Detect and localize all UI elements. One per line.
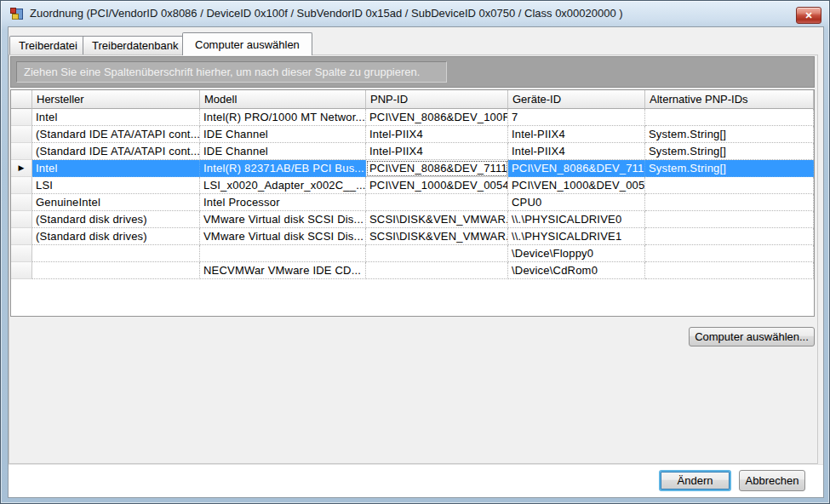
grid-cell[interactable]: Intel	[32, 109, 200, 126]
grid-cell[interactable]	[32, 262, 200, 279]
tab-computer-auswaehlen[interactable]: Computer auswählen	[182, 32, 312, 55]
grid-cell[interactable]: PCI\VEN_8086&DEV_7111...	[366, 160, 508, 177]
table-row[interactable]: (Standard IDE ATA/ATAPI cont...IDE Chann…	[11, 126, 814, 143]
grid-header-row: Hersteller Modell PNP-ID Geräte-ID Alter…	[11, 90, 814, 109]
grid-cell[interactable]: Intel-PIIX4	[366, 126, 508, 143]
row-header-cell[interactable]	[11, 177, 32, 194]
group-by-bar[interactable]: Ziehen Sie eine Spaltenüberschrift hierh…	[10, 56, 815, 88]
grid-cell[interactable]: IDE Channel	[200, 126, 366, 143]
grid-cell[interactable]: PCI\VEN_8086&DEV_100F...	[366, 109, 508, 126]
grid-cell[interactable]	[645, 245, 814, 262]
grid-cell[interactable]: \\.\PHYSICALDRIVE1	[508, 228, 645, 245]
table-row[interactable]: \Device\Floppy0	[11, 245, 814, 262]
table-row[interactable]: (Standard disk drives)VMware Virtual dis…	[11, 211, 814, 228]
grid-cell[interactable]	[200, 245, 366, 262]
column-header-pnp-id[interactable]: PNP-ID	[366, 90, 508, 109]
current-row-arrow-icon: ▶	[19, 164, 25, 172]
group-by-hint: Ziehen Sie eine Spaltenüberschrift hierh…	[16, 61, 447, 83]
grid-cell[interactable]: SCSI\DISK&VEN_VMWAR...	[366, 228, 508, 245]
grid-cell[interactable]: (Standard disk drives)	[32, 211, 200, 228]
column-header-geraete-id[interactable]: Geräte-ID	[508, 90, 645, 109]
grid-cell[interactable]: VMware Virtual disk SCSI Dis...	[200, 211, 366, 228]
grid-cell[interactable]	[645, 211, 814, 228]
grid-cell[interactable]: VMware Virtual disk SCSI Dis...	[200, 228, 366, 245]
grid-cell[interactable]: Intel-PIIX4	[366, 143, 508, 160]
tab-label: Treiberdatei	[19, 39, 77, 52]
grid-cell[interactable]: PCI\VEN_8086&DEV_711...	[508, 160, 645, 177]
mapping-dialog: Zuordnung (PCI/VendorID 0x8086 / DeviceI…	[0, 0, 830, 504]
column-header-modell[interactable]: Modell	[200, 90, 366, 109]
grid-cell[interactable]: LSI_x0020_Adapter_x002C__...	[200, 177, 366, 194]
grid-cell[interactable]: LSI	[32, 177, 200, 194]
row-header-cell[interactable]	[11, 126, 32, 143]
grid-header-stub	[11, 90, 32, 109]
grid-cell[interactable]: Intel-PIIX4	[508, 126, 645, 143]
grid-cell[interactable]: System.String[]	[645, 126, 814, 143]
dialog-client-area: Treiberdatei Treiberdatenbank Computer a…	[8, 26, 824, 498]
grid-cell[interactable]: IDE Channel	[200, 143, 366, 160]
tab-treiberdatei[interactable]: Treiberdatei	[9, 36, 87, 54]
close-button[interactable]: ✕	[796, 7, 821, 24]
grid-cell[interactable]	[366, 194, 508, 211]
column-header-hersteller[interactable]: Hersteller	[32, 90, 200, 109]
grid-cell[interactable]: CPU0	[508, 194, 645, 211]
row-header-cell[interactable]: ▶	[11, 160, 32, 177]
table-row[interactable]: LSILSI_x0020_Adapter_x002C__...PCI\VEN_1…	[11, 177, 814, 194]
cancel-button[interactable]: Abbrechen	[739, 470, 805, 491]
select-computer-button[interactable]: Computer auswählen...	[689, 327, 815, 346]
row-header-cell[interactable]	[11, 228, 32, 245]
grid-cell[interactable]	[645, 109, 814, 126]
row-header-cell[interactable]	[11, 109, 32, 126]
grid-cell[interactable]: (Standard disk drives)	[32, 228, 200, 245]
grid-cell[interactable]: Intel(R) PRO/1000 MT Networ...	[200, 109, 366, 126]
device-grid[interactable]: Hersteller Modell PNP-ID Geräte-ID Alter…	[10, 89, 815, 317]
app-icon-red-pane	[10, 8, 16, 14]
row-header-cell[interactable]	[11, 143, 32, 160]
row-header-cell[interactable]	[11, 262, 32, 279]
row-header-cell[interactable]	[11, 245, 32, 262]
app-icon	[10, 7, 24, 20]
grid-cell[interactable]: (Standard IDE ATA/ATAPI cont...	[32, 143, 200, 160]
grid-cell[interactable]: \Device\Floppy0	[508, 245, 645, 262]
grid-cell[interactable]: NECVMWar VMware IDE CD...	[200, 262, 366, 279]
grid-cell[interactable]: System.String[]	[645, 160, 814, 177]
change-button[interactable]: Ändern	[659, 470, 731, 491]
grid-cell[interactable]: \\.\PHYSICALDRIVE0	[508, 211, 645, 228]
grid-cell[interactable]: PCI\VEN_1000&DEV_005...	[508, 177, 645, 194]
grid-cell[interactable]: PCI\VEN_1000&DEV_0054...	[366, 177, 508, 194]
grid-cell[interactable]	[32, 245, 200, 262]
grid-cell[interactable]: 7	[508, 109, 645, 126]
tab-label: Treiberdatenbank	[92, 39, 178, 52]
table-row[interactable]: (Standard disk drives)VMware Virtual dis…	[11, 228, 814, 245]
grid-cell[interactable]: GenuineIntel	[32, 194, 200, 211]
table-row[interactable]: ▶IntelIntel(R) 82371AB/EB PCI Bus...PCI\…	[11, 160, 814, 177]
grid-cell[interactable]: (Standard IDE ATA/ATAPI cont...	[32, 126, 200, 143]
grid-cell[interactable]	[366, 245, 508, 262]
row-header-cell[interactable]	[11, 211, 32, 228]
grid-cell[interactable]	[645, 262, 814, 279]
grid-cell[interactable]: Intel	[32, 160, 200, 177]
table-row[interactable]: GenuineIntelIntel ProcessorCPU0	[11, 194, 814, 211]
grid-cell[interactable]: SCSI\DISK&VEN_VMWAR...	[366, 211, 508, 228]
grid-cell[interactable]: \Device\CdRom0	[508, 262, 645, 279]
table-row[interactable]: (Standard IDE ATA/ATAPI cont...IDE Chann…	[11, 143, 814, 160]
close-icon: ✕	[804, 10, 812, 21]
grid-cell[interactable]	[645, 228, 814, 245]
grid-cell[interactable]: Intel-PIIX4	[508, 143, 645, 160]
grid-cell[interactable]: Intel Processor	[200, 194, 366, 211]
tab-treiberdatenbank[interactable]: Treiberdatenbank	[83, 36, 187, 54]
grid-cell[interactable]	[645, 177, 814, 194]
grid-cell[interactable]: Intel(R) 82371AB/EB PCI Bus...	[200, 160, 366, 177]
column-header-alternative-pnp-ids[interactable]: Alternative PNP-IDs	[645, 90, 814, 109]
table-row[interactable]: NECVMWar VMware IDE CD...\Device\CdRom0	[11, 262, 814, 279]
grid-cell[interactable]	[645, 194, 814, 211]
button-bar: Ändern Abbrechen	[9, 464, 823, 497]
grid-cell[interactable]: System.String[]	[645, 143, 814, 160]
row-header-cell[interactable]	[11, 194, 32, 211]
window-title: Zuordnung (PCI/VendorID 0x8086 / DeviceI…	[30, 7, 623, 20]
grid-cell[interactable]	[366, 262, 508, 279]
device-grid-body: IntelIntel(R) PRO/1000 MT Networ...PCI\V…	[11, 109, 814, 279]
title-bar[interactable]: Zuordnung (PCI/VendorID 0x8086 / DeviceI…	[1, 1, 829, 26]
table-row[interactable]: IntelIntel(R) PRO/1000 MT Networ...PCI\V…	[11, 109, 814, 126]
app-icon-yellow-pane	[12, 14, 19, 20]
